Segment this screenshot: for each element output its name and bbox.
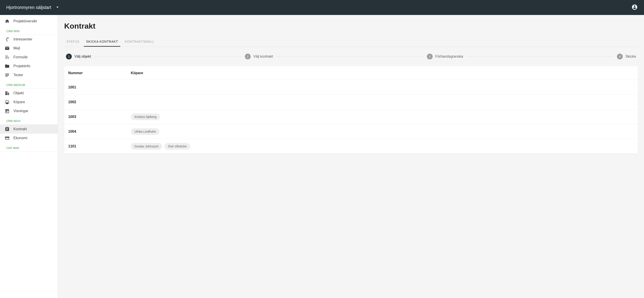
folder-icon (4, 63, 10, 69)
step-number: 3 (427, 54, 433, 59)
nav-item-face[interactable]: Köpare (0, 98, 58, 107)
face-icon (4, 99, 10, 105)
topbar: Hjortronmyren säljstart (0, 0, 644, 15)
step-2[interactable]: 2 Välj kontrakt (245, 54, 273, 59)
cell-buyers: Gustav JohnssonOve Vikström (131, 143, 634, 150)
section-header: CRM MAXI (0, 115, 58, 125)
step-label: Skicka (626, 54, 636, 58)
nav-item-folder[interactable]: Projektinfo (0, 62, 58, 71)
cell-number: 1003 (68, 115, 131, 119)
card-icon (4, 135, 10, 141)
step-connector (276, 56, 424, 57)
table-row[interactable]: 1001 (64, 80, 638, 95)
nav-label: Köpare (14, 100, 25, 104)
buyer-chip[interactable]: Kristina Sjöberg (131, 113, 160, 120)
nav-label: Projektöversikt (14, 19, 37, 23)
nav-item-home[interactable]: Projektöversikt (0, 17, 58, 26)
nav-label: Texter (14, 73, 23, 77)
nav-label: Objekt (14, 91, 24, 95)
step-connector (94, 56, 242, 57)
main: Kontrakt StatusSkicka kontraktKontraktsm… (58, 15, 644, 298)
nav-label: Kontrakt (14, 127, 27, 131)
nav-item-clipboard[interactable]: Kontrakt (0, 125, 58, 134)
step-number: 4 (617, 54, 623, 59)
step-label: Förhandsgranska (435, 54, 463, 58)
step-3[interactable]: 3 Förhandsgranska (427, 54, 463, 59)
section-header: CRM MEDIUM (0, 79, 58, 89)
table-row[interactable]: 1101 Gustav JohnssonOve Vikström (64, 139, 638, 154)
nav-label: Intressenter (14, 37, 32, 41)
step-connector (466, 56, 614, 57)
cell-number: 1101 (68, 144, 131, 148)
lines-icon (4, 72, 10, 78)
building-icon (4, 90, 10, 96)
cell-number: 1002 (68, 100, 131, 104)
section-header: CDP MINI (0, 143, 58, 152)
step-label: Välj objekt (74, 54, 91, 58)
table-header-row: Nummer Köpare (64, 66, 638, 80)
section-header: CRM MINI (0, 26, 58, 35)
tab-skicka-kontrakt[interactable]: Skicka kontrakt (84, 37, 120, 47)
tab-kontraktsmall[interactable]: Kontraktsmall (122, 37, 157, 47)
nav-item-mail[interactable]: Mejl (0, 44, 58, 53)
nav-label: Projektinfo (14, 64, 30, 68)
cell-buyers: Ulrika Lindholm (131, 128, 634, 135)
mail-icon (4, 45, 10, 51)
page-title: Kontrakt (64, 22, 638, 30)
cell-buyers: Kristina Sjöberg (131, 113, 634, 120)
nav-label: Mejl (14, 46, 20, 50)
nav-item-form[interactable]: Formulär (0, 53, 58, 62)
objects-table: Nummer Köpare 1001 1002 1003 Kristina Sj… (64, 66, 638, 154)
form-icon (4, 54, 10, 60)
nav-item-card[interactable]: Ekonomi (0, 134, 58, 143)
person-wave-icon (4, 37, 10, 42)
clipboard-icon (4, 126, 10, 132)
cell-number: 1004 (68, 130, 131, 134)
nav-label: Visningar (14, 109, 28, 113)
project-title: Hjortronmyren säljstart (6, 5, 51, 10)
step-label: Välj kontrakt (253, 54, 273, 58)
sidebar: Projektöversikt CRM MINI Intressenter Me… (0, 15, 58, 298)
col-header-number: Nummer (68, 71, 131, 75)
buyer-chip[interactable]: Gustav Johnsson (131, 143, 162, 150)
buyer-chip[interactable]: Ulrika Lindholm (131, 128, 160, 135)
tab-status[interactable]: Status (64, 37, 82, 47)
calendar-icon (4, 108, 10, 114)
cell-number: 1001 (68, 85, 131, 89)
nav-label: Ekonomi (14, 136, 27, 140)
step-number: 2 (245, 54, 251, 59)
table-row[interactable]: 1002 (64, 95, 638, 109)
col-header-buyer: Köpare (131, 71, 634, 75)
nav-item-building[interactable]: Objekt (0, 89, 58, 98)
stepper: 1 Välj objekt 2 Välj kontrakt 3 Förhands… (64, 54, 638, 59)
nav-item-lines[interactable]: Texter (0, 71, 58, 79)
tabs: StatusSkicka kontraktKontraktsmall (64, 37, 638, 47)
chevron-down-icon[interactable] (55, 4, 60, 11)
step-1[interactable]: 1 Välj objekt (66, 54, 91, 59)
home-icon (4, 18, 10, 24)
buyer-chip[interactable]: Ove Vikström (164, 143, 190, 150)
nav-label: Formulär (14, 55, 28, 59)
step-4[interactable]: 4 Skicka (617, 54, 636, 59)
table-row[interactable]: 1003 Kristina Sjöberg (64, 109, 638, 124)
step-number: 1 (66, 54, 72, 59)
nav-item-calendar[interactable]: Visningar (0, 107, 58, 115)
account-icon[interactable] (632, 4, 638, 11)
nav-item-person-wave[interactable]: Intressenter (0, 35, 58, 44)
table-row[interactable]: 1004 Ulrika Lindholm (64, 124, 638, 139)
